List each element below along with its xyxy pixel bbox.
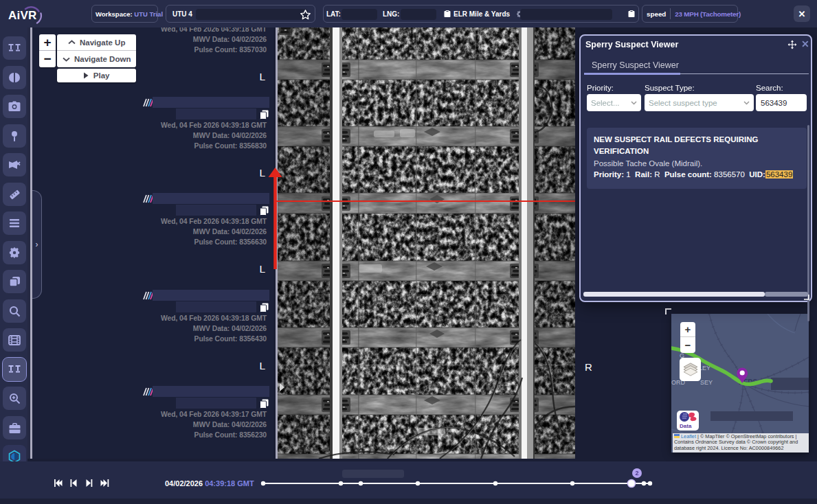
svg-text:Data: Data [680, 423, 692, 429]
svg-text:AiVR: AiVR [8, 9, 36, 22]
svg-text:SEY: SEY [700, 379, 713, 386]
